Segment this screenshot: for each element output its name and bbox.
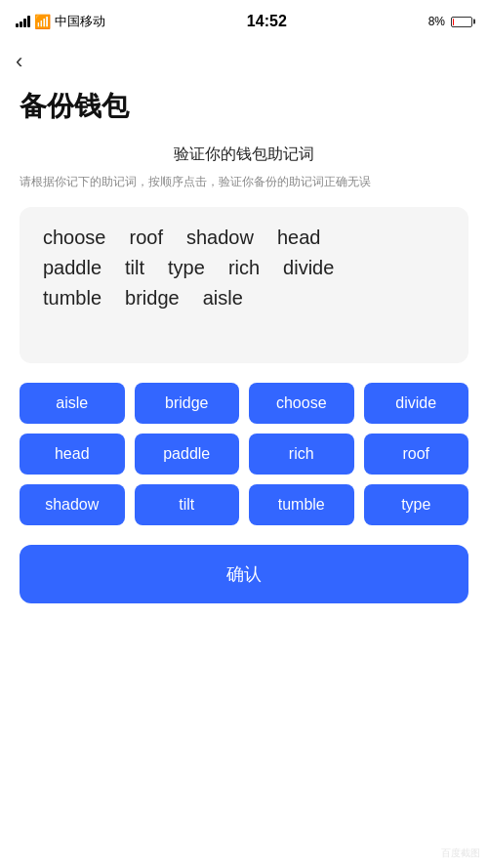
word-display-aisle: aisle <box>203 287 243 310</box>
word-display-roof: roof <box>130 227 163 249</box>
status-time: 14:52 <box>247 13 287 30</box>
word-btn-choose[interactable]: choose <box>249 383 354 424</box>
word-btn-roof[interactable]: roof <box>364 434 469 475</box>
battery-fill <box>453 19 454 25</box>
word-display-divide: divide <box>283 257 334 279</box>
back-button[interactable]: ‹ <box>0 43 488 80</box>
word-btn-type[interactable]: type <box>364 484 469 525</box>
status-bar: 📶 中国移动 14:52 8% <box>0 0 488 43</box>
word-row-2: paddle tilt type rich divide <box>43 257 445 279</box>
word-btn-shadow[interactable]: shadow <box>20 484 125 525</box>
word-selection-grid: aisle bridge choose divide head paddle r… <box>20 383 468 525</box>
word-display-choose: choose <box>43 227 106 249</box>
word-display-rich: rich <box>228 257 260 279</box>
status-right: 8% <box>428 15 472 28</box>
word-display-type: type <box>168 257 205 279</box>
word-btn-divide[interactable]: divide <box>364 383 469 424</box>
section-title: 验证你的钱包助记词 <box>20 145 468 165</box>
word-display-bridge: bridge <box>125 287 180 310</box>
main-content: 验证你的钱包助记词 请根据你记下的助记词，按顺序点击，验证你备份的助记词正确无误… <box>0 145 488 603</box>
back-arrow-icon: ‹ <box>16 51 22 72</box>
battery-percent: 8% <box>428 15 445 28</box>
word-display-head: head <box>277 227 321 249</box>
word-btn-rich[interactable]: rich <box>249 434 354 475</box>
battery-icon <box>451 17 472 27</box>
word-btn-bridge[interactable]: bridge <box>135 383 240 424</box>
word-btn-tumble[interactable]: tumble <box>249 484 354 525</box>
word-display-card: choose roof shadow head paddle tilt type… <box>20 207 468 363</box>
watermark: 百度截图 <box>441 847 480 860</box>
signal-icon <box>16 16 30 27</box>
word-row-1: choose roof shadow head <box>43 227 445 249</box>
word-display-paddle: paddle <box>43 257 102 279</box>
section-desc: 请根据你记下的助记词，按顺序点击，验证你备份的助记词正确无误 <box>20 173 468 191</box>
word-btn-tilt[interactable]: tilt <box>135 484 240 525</box>
word-row-3: tumble bridge aisle <box>43 287 445 310</box>
word-btn-head[interactable]: head <box>20 434 125 475</box>
confirm-button[interactable]: 确认 <box>20 545 468 603</box>
word-btn-paddle[interactable]: paddle <box>135 434 240 475</box>
status-left: 📶 中国移动 <box>16 13 105 30</box>
carrier-text: 中国移动 <box>55 13 105 30</box>
word-display-tumble: tumble <box>43 287 102 310</box>
wifi-icon: 📶 <box>34 14 51 29</box>
word-display-tilt: tilt <box>125 257 144 279</box>
page-title: 备份钱包 <box>0 80 488 145</box>
word-btn-aisle[interactable]: aisle <box>20 383 125 424</box>
word-display-shadow: shadow <box>186 227 254 249</box>
battery-outer <box>451 17 472 27</box>
